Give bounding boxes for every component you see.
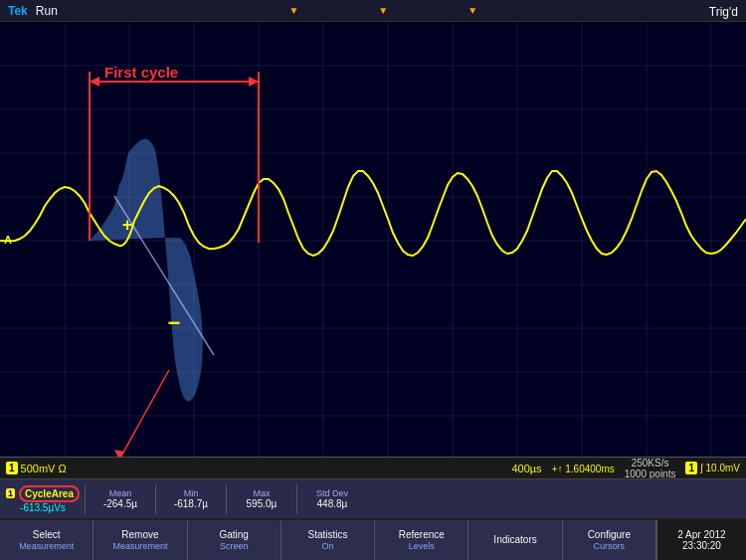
marker-3: ▼ [467,5,477,16]
min-col: Min -618.7µ [161,488,221,509]
statistics-on-label2: On [321,541,333,551]
remove-measurement-button[interactable]: Remove Measurement [93,520,187,560]
time-display: 23:30:20 [682,540,721,551]
configure-cursors-label1: Configure [588,529,631,541]
timescale-info: 400µs [511,463,541,474]
trig-status: Trig'd [709,5,738,19]
time-increment: +↑ 1.60400ms [552,463,615,474]
brand-label: Tek [8,4,28,18]
cycle-area-measurement: 1 CycleArea -613.5µVs [6,485,80,513]
select-measurement-label1: Select [33,529,61,541]
ch1-voltage-info: 1 500mV Ω [6,462,67,474]
button-bar: Select Measurement Remove Measurement Ga… [0,518,746,560]
gating-screen-label2: Screen [220,541,249,551]
omega-symbol: Ω [58,463,66,474]
max-col: Max 595.0µ [232,488,291,509]
voltage-label: 500mV [21,463,56,474]
reference-levels-label1: Reference [399,529,445,541]
points-count: 1000 points [625,468,676,479]
screen-area: + − A First cycle [0,22,746,457]
ch1-freq-info: 1 ∫ 10.0mV [685,462,740,474]
freq-label: ∫ 10.0mV [700,463,740,473]
mean-label: Mean [109,488,132,498]
gating-screen-label1: Gating [219,529,248,541]
remove-measurement-label2: Measurement [112,541,167,551]
stddev-label: Std Dev [316,488,348,498]
measurement-bar: 1 CycleArea -613.5µVs Mean -264.5µ Min -… [0,478,746,518]
mean-col: Mean -264.5µ [91,488,150,509]
remove-measurement-label1: Remove [121,529,158,541]
timescale-value: 400µs [511,463,541,474]
channel-label: A [4,234,12,246]
configure-cursors-label2: Cursors [594,541,626,551]
first-cycle-text: First cycle [104,64,178,81]
trigger-markers: ▼ ▼ ▼ [288,5,477,16]
stddev-value: 448.8µ [317,498,348,509]
reference-levels-label2: Levels [409,541,435,551]
meas-sep-2 [155,484,156,514]
select-measurement-label2: Measurement [19,541,74,551]
mean-value: -264.5µ [103,498,137,509]
configure-cursors-button[interactable]: Configure Cursors [563,520,656,560]
marker-2: ▼ [378,5,388,16]
top-bar: Tek Run ▼ ▼ ▼ Trig'd [0,0,746,22]
ch1-box2: 1 [685,462,697,474]
select-measurement-button[interactable]: Select Measurement [0,520,93,560]
meas-sep-1 [85,484,86,514]
meas-ch-box: 1 [6,488,15,498]
stddev-col: Std Dev 448.8µ [302,488,362,509]
datetime-display: 2 Apr 2012 23:30:20 [656,520,746,560]
svg-text:+: + [122,215,133,235]
statistics-on-button[interactable]: Statistics On [281,520,375,560]
meas-sep-4 [296,484,297,514]
sample-rate-info: 250KS/s 1000 points [625,458,676,479]
indicators-label: Indicators [493,534,536,546]
cycle-area-label: CycleArea [19,485,80,502]
run-status: Run [36,4,58,18]
max-value: 595.0µ [247,498,278,509]
grid: + − [0,22,746,457]
gating-screen-button[interactable]: Gating Screen [188,520,281,560]
first-cycle-annotation: First cycle [104,64,178,81]
min-value: -618.7µ [174,498,208,509]
min-label: Min [184,488,199,498]
channel-a-marker: A [4,234,12,246]
reference-levels-button[interactable]: Reference Levels [375,520,468,560]
bottom-info-bar: 1 500mV Ω 400µs +↑ 1.60400ms 250KS/s 100… [0,457,746,478]
ch1-box: 1 [6,462,18,474]
max-label: Max [253,488,270,498]
meas-sep-3 [226,484,227,514]
statistics-on-label1: Statistics [307,529,347,541]
time-increment-value: +↑ 1.60400ms [552,464,615,474]
sample-rate: 250KS/s [625,458,676,468]
svg-text:−: − [168,310,181,335]
indicators-button[interactable]: Indicators [468,520,562,560]
date-display: 2 Apr 2012 [677,529,725,540]
marker-1: ▼ [288,5,298,16]
cycle-area-value: -613.5µVs [20,502,66,513]
